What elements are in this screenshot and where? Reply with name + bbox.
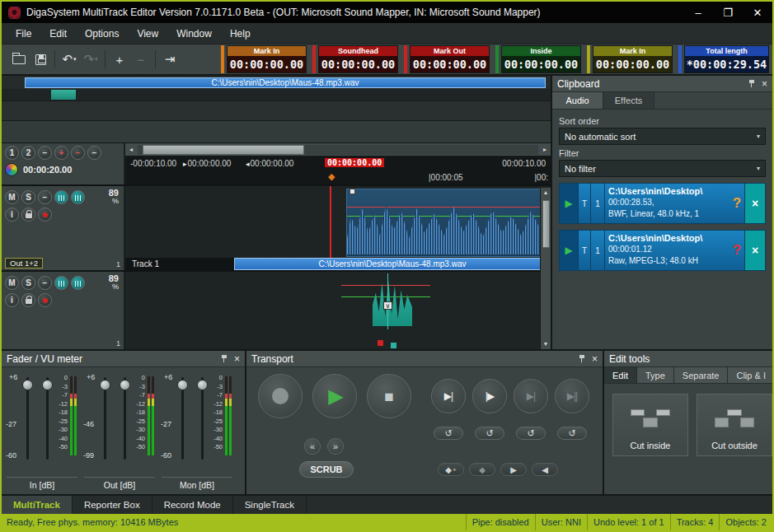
tab-type[interactable]: Type — [637, 367, 674, 383]
time-ruler[interactable]: -00:00:10.00 ▸00:00:00.00 ◂00:00:00.00 0… — [125, 156, 551, 184]
filter-select[interactable]: No filter ▾ — [559, 160, 766, 177]
overview-clip-block[interactable] — [51, 90, 76, 100]
pin-icon[interactable] — [221, 355, 228, 362]
tab-audio[interactable]: Audio — [552, 92, 603, 109]
nav-preset-1-button[interactable]: 1 — [5, 146, 19, 160]
lock-button[interactable] — [21, 208, 35, 222]
solo-button[interactable]: S — [21, 190, 35, 204]
close-panel-icon[interactable]: × — [762, 79, 767, 89]
phase-button[interactable]: − — [38, 276, 52, 290]
record-arm-button[interactable] — [38, 208, 52, 222]
pin-icon[interactable] — [579, 355, 585, 362]
scrub-button[interactable]: SCRUB — [299, 461, 354, 478]
meter-button[interactable] — [71, 276, 85, 290]
tab-singletrack[interactable]: SingleTrack — [233, 496, 307, 514]
output-routing-select[interactable]: Out 1+2 — [5, 258, 43, 268]
play-to-mark-button[interactable]: ▶| — [431, 379, 466, 413]
prev-marker-button[interactable]: ◀ — [532, 463, 558, 476]
nav-zoom-out-marks-button[interactable]: − — [71, 146, 85, 160]
fader-knob[interactable] — [120, 380, 130, 390]
play-pause-button[interactable]: ▶|| — [555, 379, 589, 413]
step-forward-button[interactable]: » — [327, 438, 344, 455]
fader-knob[interactable] — [177, 380, 188, 390]
scrollbar-track[interactable] — [138, 145, 538, 155]
menu-edit[interactable]: Edit — [40, 28, 76, 40]
zoom-out-button[interactable]: − — [130, 49, 152, 70]
info-button[interactable]: i — [5, 293, 19, 307]
clipboard-item[interactable]: ▶ T 1 C:\Users\nin\Desktop\ 00:00:01.12 … — [559, 230, 766, 271]
clip-handle[interactable] — [349, 189, 355, 194]
play-selection-button[interactable]: ▶| — [514, 379, 548, 413]
maximize-button[interactable]: ❐ — [713, 2, 743, 23]
tab-clip[interactable]: Clip & I — [728, 367, 774, 383]
play-item-button[interactable]: ▶ — [560, 184, 579, 223]
tab-effects[interactable]: Effects — [603, 92, 654, 109]
edit-handle-teal[interactable] — [391, 343, 396, 348]
tab-multitrack[interactable]: MultiTrack — [2, 496, 73, 514]
loop-button[interactable]: ↺ — [434, 427, 463, 440]
goto-marker-button[interactable]: ⇥ — [159, 49, 181, 70]
fader-knob[interactable] — [42, 380, 53, 390]
track-1-lane[interactable]: Track 1 C:\Users\nin\Desktop\Maus-48.mp3… — [125, 186, 551, 270]
tab-reporter-box[interactable]: Reporter Box — [73, 496, 152, 514]
clip-title-bar[interactable]: C:\Users\nin\Desktop\Maus-48.mp3.wav — [234, 258, 551, 270]
fader-knob[interactable] — [100, 380, 110, 390]
record-arm-button[interactable] — [38, 293, 52, 307]
close-panel-icon[interactable]: × — [592, 354, 598, 364]
menu-options[interactable]: Options — [76, 28, 128, 40]
nav-minus-button[interactable]: − — [38, 146, 52, 160]
undo-button[interactable]: ↶▾ — [59, 49, 80, 70]
close-button[interactable]: ✕ — [743, 2, 772, 23]
clipboard-item[interactable]: ▶ T 1 C:\Users\nin\Desktop\ 00:00:28.53,… — [559, 183, 766, 224]
cut-inside-button[interactable]: Cut inside — [612, 394, 688, 456]
audio-clip[interactable] — [346, 189, 542, 257]
next-marker-button[interactable]: ▶ — [500, 463, 527, 476]
stop-button[interactable]: ■ — [367, 374, 411, 418]
nav-zoom-in-marks-button[interactable]: + — [54, 146, 68, 160]
meter-button[interactable] — [54, 276, 68, 290]
step-back-button[interactable]: « — [304, 438, 321, 455]
phase-button[interactable]: − — [38, 190, 52, 204]
loop-button[interactable]: ↺ — [516, 427, 546, 440]
lock-button[interactable] — [21, 293, 35, 307]
solo-button[interactable]: S — [21, 276, 35, 290]
menu-file[interactable]: File — [7, 28, 40, 40]
track-name-label[interactable]: Track 1 — [125, 258, 234, 270]
cut-outside-button[interactable]: Cut outside — [697, 394, 772, 456]
nav-preset-2-button[interactable]: 2 — [21, 146, 35, 160]
meter-button[interactable] — [54, 190, 68, 204]
play-from-mark-button[interactable]: |▶ — [472, 379, 507, 413]
color-wheel-icon[interactable] — [5, 163, 18, 176]
mute-button[interactable]: M — [5, 190, 19, 204]
vertical-scrollbar[interactable]: ▲ ▼ — [540, 188, 551, 349]
horizontal-scrollbar[interactable]: ◂ ▸ — [125, 143, 551, 156]
record-button[interactable] — [258, 374, 303, 418]
save-button[interactable] — [30, 49, 51, 70]
fader-knob[interactable] — [197, 380, 208, 390]
close-panel-icon[interactable]: × — [234, 354, 240, 364]
play-button[interactable]: ▶ — [312, 374, 357, 418]
remove-item-button[interactable]: × — [744, 184, 765, 223]
loop-button[interactable]: ↺ — [475, 427, 504, 440]
tab-record-mode[interactable]: Record Mode — [152, 496, 233, 514]
loop-button[interactable]: ↺ — [557, 427, 587, 440]
sort-order-select[interactable]: No automatic sort ▾ — [559, 128, 766, 145]
fader-knob[interactable] — [22, 380, 33, 390]
scroll-up-icon[interactable]: ▲ — [543, 188, 549, 198]
scrollbar-thumb[interactable] — [143, 145, 304, 155]
scroll-down-icon[interactable]: ▼ — [543, 339, 549, 349]
minimize-button[interactable]: – — [683, 2, 713, 23]
tab-separate[interactable]: Separate — [674, 367, 729, 383]
marker-button[interactable]: ◆ — [469, 463, 495, 476]
menu-view[interactable]: View — [128, 28, 167, 40]
redo-button[interactable]: ↷▾ — [80, 49, 101, 70]
scroll-left-icon[interactable]: ◂ — [125, 146, 137, 153]
playhead-diamond-icon[interactable]: ◆ — [328, 171, 335, 182]
play-item-button[interactable]: ▶ — [560, 231, 579, 270]
pin-icon[interactable] — [748, 80, 755, 87]
zoom-in-button[interactable]: + — [109, 49, 130, 70]
scroll-right-icon[interactable]: ▸ — [539, 146, 551, 153]
add-marker-button[interactable]: ◆+ — [438, 463, 464, 476]
overview-file-bar[interactable]: C:\Users\nin\Desktop\Maus-48.mp3.wav — [25, 77, 546, 88]
tab-edit[interactable]: Edit — [604, 367, 637, 383]
